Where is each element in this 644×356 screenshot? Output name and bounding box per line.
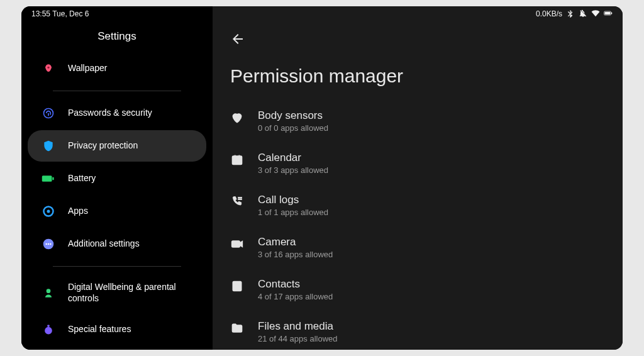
sidebar-item-privacy-protection[interactable]: Privacy protection [28,130,206,162]
permission-title: Call logs [258,194,328,206]
permission-subtitle: 1 of 1 apps allowed [258,208,328,217]
settings-sidebar: Settings Wallpaper Passwords & security … [21,6,213,350]
sidebar-item-battery[interactable]: Battery [28,163,206,194]
sidebar-item-label: Passwords & security [68,108,199,119]
shield-icon [42,139,55,153]
svg-rect-19 [232,241,240,247]
svg-rect-15 [47,325,49,327]
app-window: 13:55 Tue, Dec 6 0.0KB/s Settings Wallpa… [21,6,623,350]
svg-point-8 [47,210,50,213]
page-title: Permission manager [213,65,623,102]
fingerprint-icon [42,106,55,120]
svg-point-21 [236,284,238,286]
sidebar-item-label: Additional settings [68,238,199,250]
sidebar-item-special-features[interactable]: Special features [28,314,206,345]
svg-point-13 [47,289,51,293]
wellbeing-icon [42,286,55,300]
dots-icon [42,237,55,251]
permission-subtitle: 3 of 3 apps allowed [258,165,328,175]
sidebar-item-apps[interactable]: Apps [28,196,206,227]
divider [53,266,181,267]
svg-point-11 [48,243,50,245]
sidebar-item-wallpaper[interactable]: Wallpaper [28,53,206,84]
permission-title: Camera [258,236,333,248]
svg-rect-16 [233,156,242,164]
sidebar-title: Settings [21,24,213,52]
phone-log-icon [230,195,244,209]
permission-body-sensors[interactable]: Body sensors 0 of 0 apps allowed [213,102,623,144]
sidebar-item-label: Special features [68,324,199,335]
sidebar-item-label: Apps [68,206,199,217]
permission-title: Files and media [258,320,337,333]
folder-icon [230,321,244,335]
permission-subtitle: 4 of 17 apps allowed [258,292,333,301]
svg-rect-5 [42,175,52,181]
permission-camera[interactable]: Camera 3 of 16 apps allowed [213,228,623,270]
sidebar-item-label: Battery [68,173,199,184]
main-panel: Permission manager Body sensors 0 of 0 a… [213,6,623,350]
permission-call-logs[interactable]: Call logs 1 of 1 apps allowed [213,186,623,228]
permission-title: Body sensors [258,109,328,122]
sidebar-item-digital-wellbeing[interactable]: Digital Wellbeing & parental controls [28,273,206,313]
permission-subtitle: 21 of 44 apps allowed [258,334,337,343]
sidebar-item-passwords-security[interactable]: Passwords & security [28,97,206,129]
heart-icon [230,111,244,125]
sidebar-item-label: Wallpaper [68,63,199,74]
permission-subtitle: 3 of 16 apps allowed [258,250,333,259]
calendar-icon [230,153,244,167]
svg-point-3 [47,67,49,69]
svg-rect-6 [52,177,53,181]
permission-contacts[interactable]: Contacts 4 of 17 apps allowed [213,270,623,313]
svg-point-14 [45,327,52,335]
permission-title: Contacts [258,278,333,291]
sidebar-item-label: Digital Wellbeing & parental controls [68,282,199,304]
divider [53,91,181,91]
svg-rect-17 [238,197,242,198]
wallpaper-icon [42,62,55,75]
permission-subtitle: 0 of 0 apps allowed [258,123,328,133]
sidebar-item-additional-settings[interactable]: Additional settings [28,228,206,260]
svg-point-10 [45,243,47,245]
back-button[interactable] [230,31,245,47]
contacts-icon [230,279,244,293]
special-icon [42,323,55,337]
apps-icon [42,204,55,218]
sidebar-item-label: Privacy protection [68,140,199,152]
permission-files-media[interactable]: Files and media 21 of 44 apps allowed [213,313,623,350]
camera-icon [230,237,244,251]
permission-calendar[interactable]: Calendar 3 of 3 apps allowed [213,144,623,186]
battery-nav-icon [42,172,55,186]
permission-title: Calendar [258,152,328,164]
svg-point-12 [50,243,52,245]
svg-rect-18 [238,199,242,199]
